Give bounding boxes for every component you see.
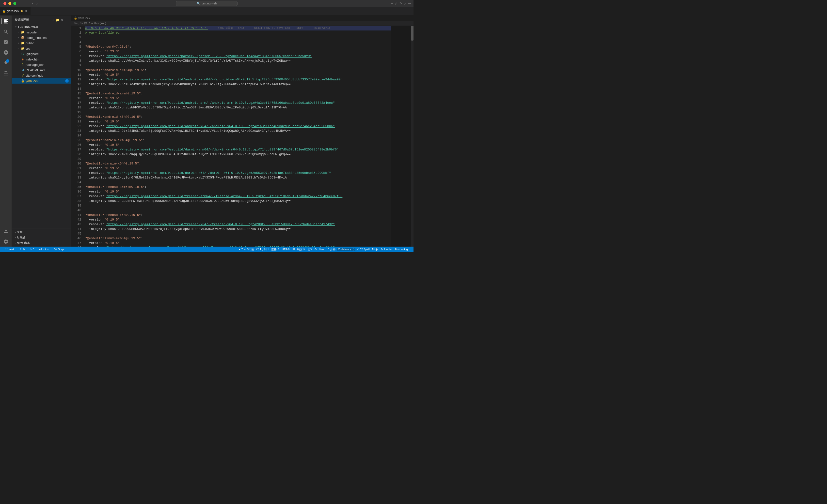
- sb-time-display[interactable]: 10 分钟: [325, 247, 336, 251]
- vite-config-icon: V: [21, 74, 25, 77]
- tabbar: 🔒 yarn.lock ×: [0, 7, 414, 15]
- activity-git[interactable]: [1, 37, 11, 47]
- activity-accounts[interactable]: [1, 226, 11, 236]
- vscode-arrow: ›: [17, 31, 21, 34]
- sb-position[interactable]: ● You, 3天前 行 1，列 1 空格: 2 UTF-8 LF 纯文本 文X: [238, 247, 313, 251]
- new-file-icon[interactable]: +: [52, 18, 54, 22]
- sb-codeium[interactable]: Codeium: (...): [337, 248, 355, 251]
- npm-arrow: ›: [15, 241, 16, 244]
- activity-extensions[interactable]: 3: [1, 58, 11, 68]
- activity-settings[interactable]: [1, 237, 11, 246]
- code-line: [85, 203, 391, 208]
- package-json-label: package.json: [26, 63, 45, 67]
- new-folder-icon[interactable]: 📁: [55, 18, 59, 22]
- code-content[interactable]: # THIS IS AN AUTOGENERATED FILE. DO NOT …: [83, 26, 391, 246]
- readme-icon: M: [21, 68, 25, 72]
- vscode-label: .vscode: [26, 31, 37, 34]
- titlebar-icon-2[interactable]: ⇄: [395, 2, 397, 5]
- sb-git-graph[interactable]: Git Graph: [53, 246, 66, 252]
- tree-item-public[interactable]: › 📁 public: [12, 40, 70, 46]
- sb-time[interactable]: 42 mins: [38, 246, 50, 252]
- npm-label: NPM 脚本: [17, 241, 30, 245]
- code-line: "@esbuild/freebsd-arm64@0.19.5":: [85, 185, 391, 189]
- sb-go-live[interactable]: Go Live: [313, 248, 325, 251]
- sb-formatting[interactable]: Formatting...: [394, 248, 411, 251]
- titlebar-icon-4[interactable]: ▷: [404, 2, 406, 5]
- code-line: resolved "https://registry.npmmirror.com…: [85, 124, 391, 128]
- tree-item-readme[interactable]: M README.md: [12, 67, 70, 73]
- outline-arrow: ›: [15, 231, 16, 234]
- sb-spell[interactable]: ✓ 32 Spell: [356, 248, 371, 251]
- sidebar-bottom: › 大纲 › 时间线 › NPM 脚本: [12, 228, 70, 246]
- tree-item-gitignore[interactable]: ⬡ .gitignore: [12, 51, 70, 57]
- code-line: resolved "https://registry.npmmirror.com…: [85, 77, 391, 82]
- titlebar-search[interactable]: 🔍 testing-web: [176, 1, 238, 6]
- sb-errors[interactable]: ⚠ 0: [29, 246, 35, 252]
- tree-item-vscode[interactable]: › 📁 .vscode: [12, 30, 70, 35]
- npm-section[interactable]: › NPM 脚本: [12, 240, 70, 245]
- ninja-label: Ninja: [372, 248, 378, 251]
- code-line: version "0.19.5": [85, 189, 391, 194]
- activitybar: 3: [0, 15, 12, 246]
- tree-root[interactable]: ▾ TESTING-WEB: [12, 24, 70, 30]
- titlebar-icon-1[interactable]: ↩: [391, 2, 393, 5]
- sb-sync[interactable]: ↻ 0: [19, 246, 26, 252]
- code-line: integrity sha512-mvXGcKqqlqyKoxq26qEDPHJ…: [85, 152, 391, 157]
- index-html-icon: ◈: [21, 58, 25, 61]
- yarn-lock-icon: 🔒: [21, 79, 25, 82]
- activity-debug[interactable]: [1, 48, 11, 57]
- timeline-section[interactable]: › 时间线: [12, 235, 70, 240]
- sidebar-header: 资源管理器 + 📁 ↻ ⋯: [12, 15, 70, 24]
- search-icon: 🔍: [197, 2, 200, 5]
- forward-arrow[interactable]: ›: [35, 1, 38, 6]
- outline-section[interactable]: › 大纲: [12, 229, 70, 235]
- code-line: version "0.19.5": [85, 143, 391, 147]
- git-inline: You, 3天前 · init SmallTeddy [3 days ago] …: [218, 26, 331, 31]
- root-label: TESTING-WEB: [18, 25, 38, 28]
- collapse-icon[interactable]: ⋯: [64, 18, 68, 22]
- sb-ninja[interactable]: Ninja: [371, 248, 379, 251]
- activity-explorer[interactable]: [1, 16, 11, 26]
- activity-search[interactable]: [1, 27, 11, 37]
- tab-yarn-lock[interactable]: 🔒 yarn.lock ×: [0, 7, 31, 15]
- app: 🔒 yarn.lock × 3: [0, 7, 414, 252]
- breadcrumb-path: yarn.lock: [78, 16, 90, 20]
- code-line: [85, 63, 391, 68]
- code-line: resolved "https://registry.npmmirror.com…: [85, 245, 391, 246]
- sb-prettier[interactable]: ✎ Prettier: [380, 248, 394, 251]
- node-modules-label: node_modules: [26, 36, 47, 40]
- tree-item-node-modules[interactable]: › 📦 node_modules: [12, 35, 70, 40]
- titlebar-icon-3[interactable]: ↻: [399, 2, 402, 5]
- minimize-button[interactable]: [8, 2, 11, 5]
- tree-item-package-json[interactable]: {} package.json: [12, 62, 70, 67]
- time-display-label: 10 分钟: [326, 247, 336, 251]
- sb-branch[interactable]: ⎇ ⎇ main: [2, 246, 16, 252]
- code-line: [85, 40, 391, 45]
- maximize-button[interactable]: [13, 2, 16, 5]
- error-count: 0: [33, 248, 34, 251]
- editor-container[interactable]: 12345 678910 1112131415 1617181920 21222…: [71, 26, 414, 246]
- code-line: [85, 35, 391, 40]
- code-line: integrity sha512-bhvbzWFF3CwMs5tbJf30bfG…: [85, 105, 391, 110]
- code-line: integrity sha512-9t+28JHGL7uBdkBjL90QFxe…: [85, 128, 391, 133]
- activity-remote[interactable]: [1, 68, 11, 78]
- right-scrollbar[interactable]: [411, 26, 414, 246]
- outline-label: 大纲: [17, 230, 22, 234]
- code-line: resolved "https://registry.npmmirror.com…: [85, 101, 391, 105]
- tab-close-button[interactable]: ×: [24, 9, 28, 13]
- tree-item-index-html[interactable]: ◈ index.html: [12, 57, 70, 62]
- code-line: "@babel/parser@^7.23.0":: [85, 45, 391, 49]
- branch-label: ⎇ main: [5, 248, 15, 251]
- code-line: resolved "https://registry.npmmirror.com…: [85, 222, 391, 227]
- back-arrow[interactable]: ‹: [31, 1, 34, 6]
- close-button[interactable]: [3, 2, 6, 5]
- tree-item-vite-config[interactable]: V vite.config.js: [12, 73, 70, 78]
- code-line: integrity sha512-5d10koJxnYQfmC+Zd8N8Fjk…: [85, 82, 391, 87]
- code-line: "@esbuild/android-arm@0.19.5":: [85, 91, 391, 96]
- tree-item-src[interactable]: › 📁 src: [12, 46, 70, 51]
- titlebar-icon-5[interactable]: ⋯: [408, 2, 411, 5]
- refresh-icon[interactable]: ↻: [60, 18, 63, 22]
- tree-item-yarn-lock[interactable]: 🔒 yarn.lock 1: [12, 78, 70, 83]
- node-modules-arrow: ›: [17, 37, 21, 39]
- go-live-label: Go Live: [314, 248, 324, 251]
